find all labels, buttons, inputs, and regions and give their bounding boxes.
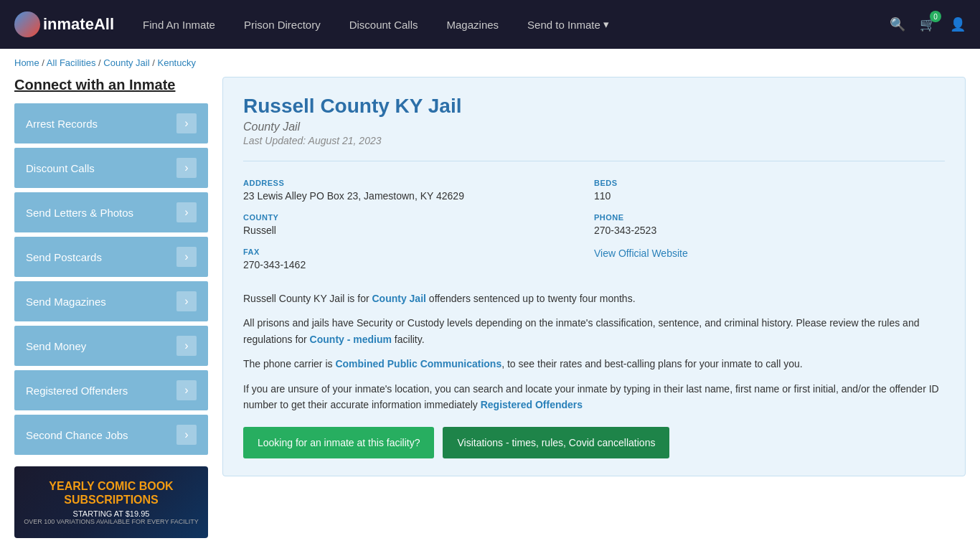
ad-subtitle: STARTING AT $19.95: [73, 509, 150, 518]
arrow-icon: ›: [176, 247, 197, 267]
fax-cell: FAX 270-343-1462: [243, 242, 594, 276]
facility-type: County Jail: [243, 121, 945, 133]
phone-value: 270-343-2523: [594, 225, 945, 236]
beds-value: 110: [594, 190, 945, 202]
looking-for-inmate-button[interactable]: Looking for an inmate at this facility?: [243, 427, 434, 458]
logo-text: inmateAll: [43, 15, 114, 34]
arrow-icon: ›: [176, 158, 197, 178]
fax-value: 270-343-1462: [243, 259, 594, 270]
sidebar-item-send-letters[interactable]: Send Letters & Photos ›: [14, 192, 208, 232]
desc2: All prisons and jails have Security or C…: [243, 315, 945, 347]
sidebar-item-send-money[interactable]: Send Money ›: [14, 326, 208, 366]
breadcrumb: Home / All Facilities / County Jail / Ke…: [0, 49, 980, 77]
arrow-icon: ›: [176, 336, 197, 356]
nav-actions: 🔍 🛒 0 👤: [890, 17, 966, 32]
facility-updated: Last Updated: August 21, 2023: [243, 135, 945, 146]
sidebar-item-second-chance-jobs[interactable]: Second Chance Jobs ›: [14, 415, 208, 455]
county-value: Russell: [243, 225, 594, 236]
phone-cell: PHONE 270-343-2523: [594, 207, 945, 242]
website-cell: View Official Website: [594, 242, 945, 276]
address-cell: ADDRESS 23 Lewis Alley PO Box 23, Jamest…: [243, 173, 594, 207]
user-icon[interactable]: 👤: [950, 17, 966, 32]
phone-carrier-link[interactable]: Combined Public Communications: [335, 358, 501, 369]
arrow-icon: ›: [176, 113, 197, 133]
sidebar-title: Connect with an Inmate: [14, 77, 208, 93]
phone-label: PHONE: [594, 213, 945, 222]
breadcrumb-kentucky[interactable]: Kentucky: [157, 57, 195, 68]
navbar: inmateAll Find An Inmate Prison Director…: [0, 0, 980, 49]
nav-magazines[interactable]: Magazines: [447, 19, 499, 31]
sidebar-item-arrest-records[interactable]: Arrest Records ›: [14, 103, 208, 143]
facility-card: Russell County KY Jail County Jail Last …: [222, 77, 966, 476]
arrow-icon: ›: [176, 380, 197, 400]
ad-banner[interactable]: YEARLY COMIC BOOKSUBSCRIPTIONS STARTING …: [14, 466, 208, 538]
logo-icon: [14, 11, 40, 37]
info-grid: ADDRESS 23 Lewis Alley PO Box 23, Jamest…: [243, 161, 945, 276]
nav-prison-directory[interactable]: Prison Directory: [244, 19, 321, 31]
county-label: COUNTY: [243, 213, 594, 222]
cart-icon[interactable]: 🛒 0: [920, 17, 936, 32]
ad-sub2: OVER 100 VARIATIONS AVAILABLE FOR EVERY …: [24, 518, 199, 525]
search-icon[interactable]: 🔍: [890, 17, 905, 32]
desc4: If you are unsure of your inmate's locat…: [243, 381, 945, 413]
registered-offenders-link[interactable]: Registered Offenders: [481, 399, 583, 410]
desc3: The phone carrier is Combined Public Com…: [243, 356, 945, 372]
county-jail-link[interactable]: County Jail: [372, 293, 425, 304]
facility-buttons: Looking for an inmate at this facility? …: [243, 427, 945, 458]
ad-title: YEARLY COMIC BOOKSUBSCRIPTIONS: [49, 479, 173, 507]
main-container: Connect with an Inmate Arrest Records › …: [0, 77, 980, 551]
county-medium-link[interactable]: County - medium: [310, 334, 392, 345]
breadcrumb-county-jail[interactable]: County Jail: [103, 57, 149, 68]
nav-find-inmate[interactable]: Find An Inmate: [143, 19, 215, 31]
arrow-icon: ›: [176, 291, 197, 311]
logo[interactable]: inmateAll: [14, 11, 114, 37]
fax-label: FAX: [243, 248, 594, 256]
nav-discount-calls[interactable]: Discount Calls: [349, 19, 418, 31]
sidebar: Connect with an Inmate Arrest Records › …: [14, 77, 208, 538]
sidebar-item-registered-offenders[interactable]: Registered Offenders ›: [14, 370, 208, 410]
address-value: 23 Lewis Alley PO Box 23, Jamestown, KY …: [243, 190, 594, 202]
address-label: ADDRESS: [243, 179, 594, 187]
county-cell: COUNTY Russell: [243, 207, 594, 242]
breadcrumb-all-facilities[interactable]: All Facilities: [47, 57, 96, 68]
sidebar-item-send-magazines[interactable]: Send Magazines ›: [14, 281, 208, 321]
cart-badge: 0: [930, 11, 941, 22]
official-website-link[interactable]: View Official Website: [594, 248, 688, 259]
nav-links: Find An Inmate Prison Directory Discount…: [143, 18, 890, 31]
facility-title: Russell County KY Jail: [243, 95, 945, 118]
content-area: Russell County KY Jail County Jail Last …: [222, 77, 966, 538]
nav-send-to-inmate[interactable]: Send to Inmate ▾: [527, 18, 609, 31]
breadcrumb-home[interactable]: Home: [14, 57, 39, 68]
beds-cell: BEDS 110: [594, 173, 945, 207]
sidebar-item-send-postcards[interactable]: Send Postcards ›: [14, 237, 208, 277]
arrow-icon: ›: [176, 425, 197, 445]
sidebar-item-discount-calls[interactable]: Discount Calls ›: [14, 148, 208, 188]
desc1: Russell County KY Jail is for County Jai…: [243, 291, 945, 306]
beds-label: BEDS: [594, 179, 945, 187]
arrow-icon: ›: [176, 202, 197, 222]
visitations-button[interactable]: Visitations - times, rules, Covid cancel…: [443, 427, 669, 458]
